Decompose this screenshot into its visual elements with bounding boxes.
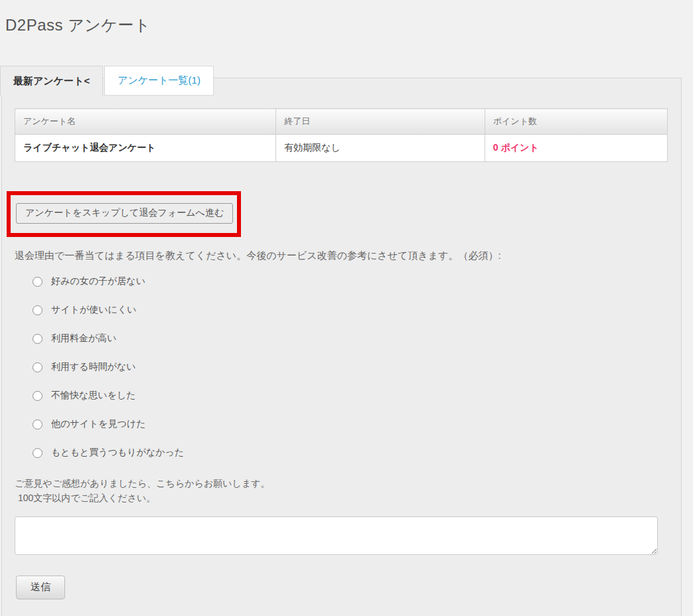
reason-option[interactable]: サイトが使いにくい (33, 305, 668, 315)
submit-button[interactable]: 送信 (16, 576, 65, 599)
end-date-cell: 有効期限なし (276, 135, 485, 162)
points-cell: 0 ポイント (485, 135, 667, 162)
column-header-survey-name: アンケート名 (15, 109, 276, 135)
comment-textarea[interactable] (15, 516, 658, 555)
radio-button[interactable] (33, 420, 42, 429)
option-label: 他のサイトを見つけた (51, 418, 146, 430)
survey-panel: アンケート名 終了日 ポイント数 ライブチャット退会アンケート 有効期限なし 0… (1, 78, 682, 616)
table-header-row: アンケート名 終了日 ポイント数 (15, 109, 668, 135)
skip-survey-button[interactable]: アンケートをスキップして退会フォームへ進む (16, 203, 233, 224)
radio-button[interactable] (33, 334, 42, 344)
reason-option[interactable]: もともと買うつもりがなかった (33, 447, 668, 458)
tab-bar: 最新アンケート< アンケート一覧(1) (0, 66, 693, 96)
survey-name-cell: ライブチャット退会アンケート (15, 135, 276, 162)
column-header-end-date: 終了日 (276, 109, 485, 135)
comment-instruction-line2: 100文字以内でご記入ください。 (15, 491, 668, 505)
tab-survey-list[interactable]: アンケート一覧(1) (104, 66, 214, 96)
radio-button[interactable] (33, 277, 42, 287)
reason-option[interactable]: 利用する時間がない (33, 362, 668, 372)
option-label: 利用料金が高い (51, 333, 117, 345)
reason-option[interactable]: 好みの女の子が居ない (33, 276, 668, 287)
reason-options: 好みの女の子が居ない サイトが使いにくい 利用料金が高い 利用する時間がない 不… (33, 276, 668, 458)
page-title: D2Pass アンケート (0, 0, 693, 36)
table-row: ライブチャット退会アンケート 有効期限なし 0 ポイント (15, 135, 668, 162)
radio-button[interactable] (33, 362, 42, 372)
radio-button[interactable] (33, 448, 42, 458)
option-label: サイトが使いにくい (51, 304, 137, 316)
reason-option[interactable]: 利用料金が高い (33, 333, 668, 344)
option-label: 好みの女の子が居ない (51, 275, 145, 287)
highlight-annotation: アンケートをスキップして退会フォームへ進む (7, 191, 241, 237)
comment-instruction-line1: ご意見やご感想がありましたら、こちらからお願いします。 (15, 476, 668, 491)
option-label: 利用する時間がない (51, 361, 136, 373)
reason-option[interactable]: 他のサイトを見つけた (33, 419, 668, 429)
comment-instructions: ご意見やご感想がありましたら、こちらからお願いします。 100文字以内でご記入く… (15, 476, 668, 505)
tab-latest-survey[interactable]: 最新アンケート< (0, 66, 103, 96)
reason-option[interactable]: 不愉快な思いをした (33, 390, 668, 401)
question-text: 退会理由で一番当てはまる項目を教えてください。今後のサービス改善の参考にさせて頂… (15, 250, 668, 262)
radio-button[interactable] (33, 391, 42, 401)
option-label: もともと買うつもりがなかった (51, 447, 184, 459)
radio-button[interactable] (33, 305, 42, 315)
option-label: 不愉快な思いをした (51, 390, 136, 402)
column-header-points: ポイント数 (485, 109, 667, 135)
survey-table: アンケート名 終了日 ポイント数 ライブチャット退会アンケート 有効期限なし 0… (15, 108, 668, 162)
